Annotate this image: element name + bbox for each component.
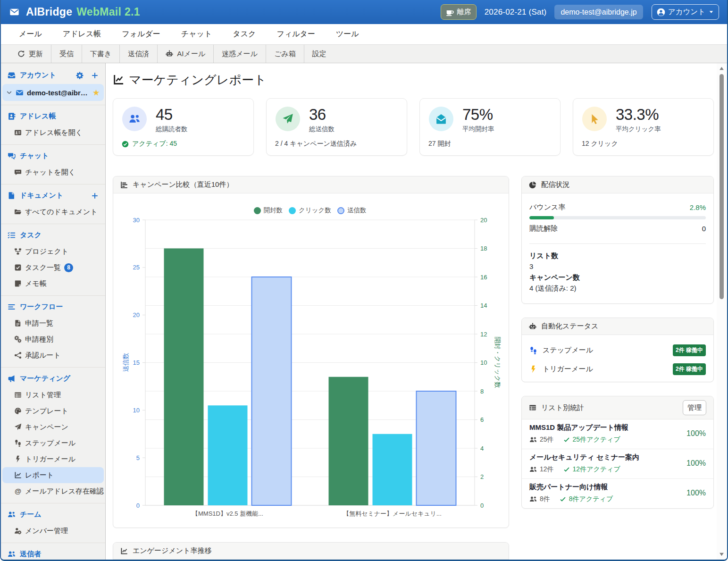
list-stats-subrow: 25件25件アクティブ [529,435,628,444]
sidebar-item-7-1[interactable]: リスト管理 [1,387,105,403]
stat-card-text: 75%平均開封率 [462,107,494,134]
toolbar-button-7[interactable]: ごみ箱 [266,45,304,63]
automation-panel: 自動化ステータス ステップメール2件 稼働中トリガーメール2件 稼働中 [521,318,714,382]
sidebar-item-7-4[interactable]: ステップメール [1,435,105,451]
sidebar-item-7-2[interactable]: テンプレート [1,403,105,419]
sidebar-item-4-1[interactable]: すべてのドキュメント [1,204,105,220]
tab-6[interactable]: フィルター [266,24,326,44]
toolbar-button-1[interactable]: 更新 [9,45,51,63]
robot-icon [529,323,536,330]
active-count-badge: 2件 稼働中 [673,363,706,375]
stat-card-footer: 27 開封 [428,140,451,148]
sidebar-item-6-3[interactable]: 承認ルート [1,347,105,363]
tab-5[interactable]: タスク [222,24,266,44]
sidebar-item-3-1[interactable]: チャットを開く [1,164,105,180]
active-rate: 100% [686,489,706,497]
sidebar-section-1: アカウントdemo-test@aibridge.jp [1,63,105,105]
tab-7[interactable]: ツール [326,24,369,44]
sidebar-item-label: リスト管理 [25,391,61,400]
sidebar-item-7-6[interactable]: レポート [2,467,104,483]
toolbar-button-6[interactable]: 迷惑メール [214,45,266,63]
stat-card-top: 36総送信数 [275,107,398,134]
stat-card-label: 総送信数 [309,125,335,134]
sidebar-item-6-2[interactable]: 申請種別 [1,331,105,347]
svg-text:0: 0 [136,502,140,509]
stat-card-footer-text: 12 クリック [582,140,618,148]
right-column: 配信状況 バウンス率 2.8% 購読解除 [521,176,714,509]
stat-card-text: 36総送信数 [309,107,335,134]
diagram-icon [14,248,22,255]
scroll-up-arrow[interactable] [719,66,725,72]
palette-icon [14,407,22,415]
sidebar-item-7-3[interactable]: キャンペーン [1,419,105,435]
app-window: AIBridge WebMail 2.1 離席 2026-02-21 (Sat)… [0,0,728,561]
toolbar-button-8[interactable]: 設定 [304,45,335,63]
sidebar-item-5-2[interactable]: タスク一覧8 [1,260,105,276]
list-stats-row-2: メールセキュリティ セミナー案内12件12件アクティブ100% [522,449,713,478]
refresh-icon [17,50,25,58]
chart-line-icon [113,74,124,85]
sidebar-item-7-7[interactable]: @メールアドレス存在確認 [1,483,105,499]
account-item[interactable]: demo-test@aibridge.jp [2,84,104,101]
sidebar-item-label: テンプレート [25,407,68,416]
manage-button[interactable]: 管理 [683,400,706,415]
list-stats-row-main: メールセキュリティ セミナー案内12件12件アクティブ [529,453,639,474]
toolbar-button-label: 更新 [29,50,43,59]
sidebar-item-5-1[interactable]: プロジェクト [1,243,105,260]
svg-text:14: 14 [480,302,487,309]
tab-1[interactable]: メール [8,24,52,44]
toolbar-button-3[interactable]: 下書き [82,45,120,63]
stat-card-top: 33.3%平均クリック率 [582,107,705,134]
sidebar-section-items: プロジェクトタスク一覧8メモ帳 [1,243,105,292]
sidebar-section-title: タスク [20,231,42,240]
list-stats-body: MMS1D 製品アップデート情報25件25件アクティブ100%メールセキュリティ… [522,419,713,508]
toolbar-button-4[interactable]: 送信済 [120,45,158,63]
toolbar-button-5[interactable]: AIメール [158,45,214,63]
sidebar-section-items: メンバー管理 [1,523,105,539]
stat-card-2: 36総送信数2 / 4 キャンペーン送信済み [266,98,407,156]
check-circle-icon [122,141,129,148]
unsubscribe-label: 購読解除 [529,224,558,233]
sidebar-section-6: ワークフロー申請一覧申請種別承認ルート [1,295,105,367]
sidebar-item-5-3[interactable]: メモ帳 [1,276,105,292]
tab-2[interactable]: アドレス帳 [52,24,112,44]
delivery-panel-title: 配信状況 [541,180,569,189]
stat-card-icon [429,107,453,131]
sidebar-item-label: すべてのドキュメント [25,208,98,217]
sidebar-item-2-1[interactable]: アドレス帳を開く [1,125,105,141]
toolbar: 更新受信下書き送信済AIメール迷惑メールごみ箱設定 [1,45,727,63]
away-status-button[interactable]: 離席 [441,4,477,20]
line-chart-icon [120,547,128,555]
sidebar-item-7-5[interactable]: トリガーメール [1,451,105,467]
sidebar-item-8-1[interactable]: メンバー管理 [1,523,105,539]
chat-icon [14,168,22,176]
tab-3[interactable]: フォルダー [111,24,171,44]
engagement-panel-title: エンゲージメント率推移 [133,546,211,555]
sidebar-item-6-1[interactable]: 申請一覧 [1,315,105,331]
sidebar-section-title: ドキュメント [20,191,63,200]
sidebar-section-header: タスク [1,229,105,242]
stat-card-footer: アクティブ: 45 [122,140,177,148]
bar-クリック数-2 [373,434,412,505]
scroll-down-arrow[interactable] [719,551,725,557]
bounce-rate-fill [529,216,554,219]
campaign-chart: 開封数クリック数送信数 0246810121416182005101520253… [113,193,509,528]
doc-lines-icon [14,319,22,327]
scrollbar-thumb[interactable] [720,74,724,299]
list-stats-title: リスト別統計 [541,403,584,412]
unsubscribe-value: 0 [702,225,706,233]
sidebar-item-label: トリガーメール [25,455,75,464]
toolbar-button-label: ごみ箱 [274,50,296,59]
automation-panel-title: 自動化ステータス [541,322,598,331]
sidebar-item-label: メモ帳 [25,279,47,288]
check-icon [563,466,570,473]
toolbar-button-2[interactable]: 受信 [51,45,82,63]
svg-text:@: @ [15,487,21,495]
tab-4[interactable]: チャット [171,24,223,44]
sidebar-section-4: ドキュメントすべてのドキュメント [1,184,105,224]
toolbar-button-label: 送信済 [128,50,149,59]
account-button[interactable]: アカウント [652,4,719,20]
account-item-label: demo-test@aibridge.jp [27,89,89,97]
app-brand: AIBridge [26,6,72,18]
scrollbar[interactable] [717,63,727,560]
